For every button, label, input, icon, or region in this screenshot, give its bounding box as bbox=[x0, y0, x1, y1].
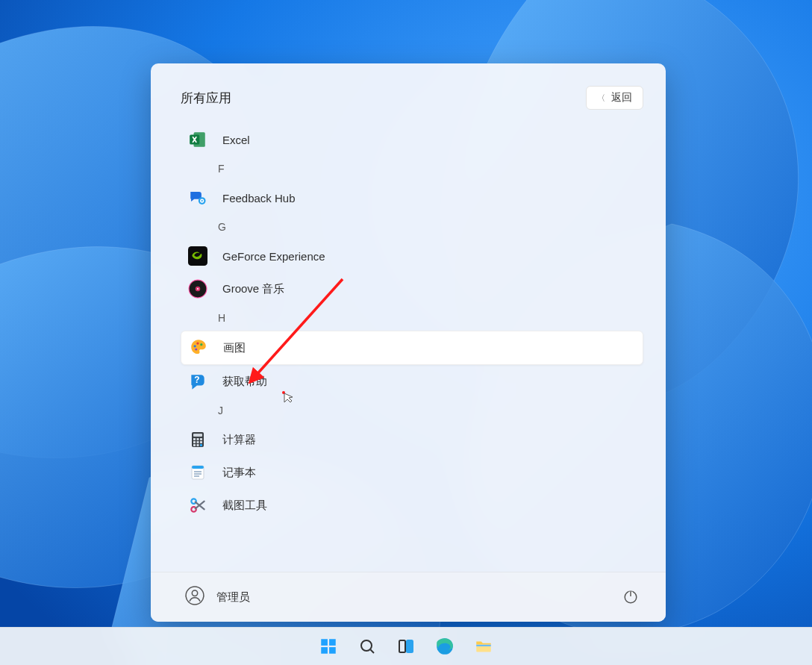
start-menu-all-apps: 所有应用 〈 返回 Excel F bbox=[151, 63, 666, 622]
svg-point-13 bbox=[196, 342, 199, 344]
app-label: 截图工具 bbox=[222, 499, 267, 513]
app-label: Feedback Hub bbox=[222, 192, 296, 205]
chevron-left-icon: 〈 bbox=[597, 93, 605, 104]
svg-rect-49 bbox=[407, 640, 413, 652]
calculator-icon bbox=[188, 430, 207, 449]
app-item-snipping-tool[interactable]: 截图工具 bbox=[181, 489, 643, 522]
app-item-calculator[interactable]: 计算器 bbox=[181, 423, 643, 456]
section-header-F[interactable]: F bbox=[181, 156, 643, 181]
svg-rect-27 bbox=[200, 444, 202, 446]
svg-rect-21 bbox=[200, 438, 202, 440]
svg-point-15 bbox=[195, 349, 197, 351]
app-item-excel[interactable]: Excel bbox=[181, 123, 643, 156]
app-label: 计算器 bbox=[222, 433, 256, 447]
get-help-icon: ? bbox=[188, 372, 207, 391]
user-account-button[interactable]: 管理员 bbox=[185, 586, 250, 608]
scissors-icon bbox=[188, 496, 207, 515]
svg-rect-20 bbox=[197, 438, 199, 440]
section-header-H[interactable]: H bbox=[181, 305, 643, 331]
section-header-J[interactable]: J bbox=[181, 398, 643, 423]
section-header-G[interactable]: G bbox=[181, 214, 643, 240]
app-item-geforce-experience[interactable]: GeForce Experience bbox=[181, 240, 643, 272]
apps-list: Excel F Feedback Hub G bbox=[151, 110, 666, 572]
app-item-feedback-hub[interactable]: Feedback Hub bbox=[181, 181, 643, 214]
task-view-button[interactable] bbox=[390, 631, 422, 662]
svg-line-47 bbox=[371, 650, 375, 654]
svg-rect-22 bbox=[193, 441, 196, 443]
app-label: 记事本 bbox=[222, 466, 256, 480]
feedback-hub-icon bbox=[188, 188, 207, 207]
app-item-notepad[interactable]: 记事本 bbox=[181, 456, 643, 489]
app-label: GeForce Experience bbox=[222, 250, 325, 263]
svg-point-46 bbox=[361, 640, 372, 651]
svg-point-11 bbox=[197, 288, 199, 290]
svg-point-36 bbox=[192, 590, 197, 596]
app-label: 画图 bbox=[223, 341, 246, 355]
svg-rect-45 bbox=[329, 647, 336, 654]
app-label: 获取帮助 bbox=[222, 375, 267, 389]
app-item-get-help[interactable]: ? 获取帮助 bbox=[181, 365, 643, 398]
app-label: Excel bbox=[222, 134, 250, 146]
notepad-icon bbox=[188, 463, 207, 482]
svg-point-14 bbox=[200, 343, 202, 346]
svg-rect-29 bbox=[192, 466, 204, 469]
taskbar-app-edge[interactable] bbox=[429, 631, 460, 662]
app-item-paint[interactable]: 画图 bbox=[181, 331, 643, 365]
svg-text:?: ? bbox=[194, 375, 199, 385]
svg-point-6 bbox=[202, 200, 203, 202]
start-menu-footer: 管理员 bbox=[151, 572, 666, 622]
excel-icon bbox=[188, 130, 207, 149]
svg-rect-23 bbox=[197, 441, 199, 443]
svg-rect-26 bbox=[197, 444, 199, 446]
user-name: 管理员 bbox=[216, 590, 250, 605]
app-item-groove-music[interactable]: Groove 音乐 bbox=[181, 272, 643, 305]
back-button[interactable]: 〈 返回 bbox=[586, 86, 643, 110]
svg-rect-42 bbox=[321, 639, 328, 646]
taskbar bbox=[0, 627, 812, 665]
svg-rect-25 bbox=[193, 444, 196, 446]
svg-rect-19 bbox=[193, 438, 196, 440]
svg-rect-52 bbox=[476, 645, 491, 646]
start-button[interactable] bbox=[313, 631, 344, 662]
back-button-label: 返回 bbox=[611, 91, 632, 104]
svg-rect-44 bbox=[321, 647, 328, 654]
svg-rect-24 bbox=[200, 441, 202, 443]
paint-icon bbox=[189, 338, 208, 358]
svg-rect-7 bbox=[188, 246, 207, 266]
all-apps-title: 所有应用 bbox=[181, 90, 231, 107]
svg-rect-43 bbox=[329, 639, 336, 646]
groove-music-icon bbox=[188, 279, 207, 299]
svg-point-12 bbox=[194, 345, 196, 347]
taskbar-app-file-explorer[interactable] bbox=[468, 631, 499, 662]
power-button[interactable] bbox=[622, 589, 639, 605]
svg-rect-18 bbox=[193, 434, 202, 437]
user-avatar-icon bbox=[185, 586, 204, 608]
app-label: Groove 音乐 bbox=[222, 282, 284, 296]
svg-rect-48 bbox=[399, 640, 405, 652]
search-button[interactable] bbox=[352, 631, 383, 662]
nvidia-icon bbox=[188, 246, 207, 266]
